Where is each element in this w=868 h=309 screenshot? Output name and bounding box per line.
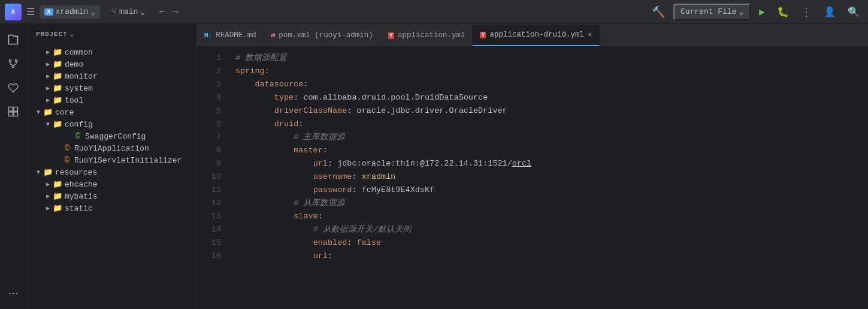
sidebar-item-ruoyiapp[interactable]: © RuoYiApplication xyxy=(26,142,196,154)
line-numbers: 1 2 3 4 5 6 7 8 9 10 11 12 13 14 15 16 xyxy=(197,47,226,309)
branch-chevron: ⌄ xyxy=(140,7,145,17)
code-content: # 数据源配置 spring: datasource: type: com.al… xyxy=(226,47,868,309)
label-static: static xyxy=(65,204,93,213)
code-line-14: # 从数据源开关/默认关闭 xyxy=(235,223,868,236)
label-servlet: RuoYiServletInitializer xyxy=(74,156,182,165)
svg-point-11 xyxy=(8,293,10,295)
code-line-16: url: xyxy=(235,250,868,263)
code-line-13: slave: xyxy=(235,210,868,223)
readme-icon: M↓ xyxy=(204,32,212,39)
tab-label-readme: README.md xyxy=(216,31,256,40)
file-icon-servlet: © xyxy=(62,155,72,165)
code-editor[interactable]: 1 2 3 4 5 6 7 8 9 10 11 12 13 14 15 16 #… xyxy=(197,47,868,309)
label-swaggerconfig: SwaggerConfig xyxy=(85,132,146,141)
current-file-label: Current File xyxy=(681,7,737,16)
arrow-monitor: ▶ xyxy=(43,73,53,80)
tab-appdruid[interactable]: Y application-druid.yml ✕ xyxy=(473,25,600,46)
label-resources: resources xyxy=(55,168,97,177)
current-file-button[interactable]: Current File ⌄ xyxy=(673,4,751,20)
tab-close-appdruid[interactable]: ✕ xyxy=(588,31,592,38)
code-line-9: url: jdbc:oracle:thin:@172.22.14.31:1521… xyxy=(235,157,868,170)
account-icon[interactable]: 👤 xyxy=(820,4,839,20)
project-badge: X xyxy=(44,8,53,16)
folder-icon-demo: 📁 xyxy=(53,59,62,69)
branch-selector[interactable]: ⑂ main ⌄ xyxy=(107,5,150,19)
svg-line-6 xyxy=(13,64,16,66)
sidebar-item-monitor[interactable]: ▶ 📁 monitor xyxy=(26,70,196,82)
folder-icon-tool: 📁 xyxy=(53,95,62,105)
code-line-2: spring: xyxy=(235,65,868,78)
search-icon[interactable]: 🔍 xyxy=(844,4,863,20)
back-button[interactable]: ← xyxy=(157,4,168,20)
arrow-config: ▼ xyxy=(43,121,53,128)
arrow-demo: ▶ xyxy=(43,61,53,68)
tab-label-pom: pom.xml (ruoyi-admin) xyxy=(279,31,373,40)
label-core: core xyxy=(55,108,74,117)
sidebar-item-tool[interactable]: ▶ 📁 tool xyxy=(26,94,196,106)
label-monitor: monitor xyxy=(65,72,98,81)
activity-files[interactable] xyxy=(2,29,24,50)
tab-appyml[interactable]: Y application.yml xyxy=(381,25,473,46)
svg-point-13 xyxy=(16,293,17,295)
folder-icon-resources: 📁 xyxy=(43,167,53,177)
sidebar-item-demo[interactable]: ▶ 📁 demo xyxy=(26,58,196,70)
code-line-15: enabled: false xyxy=(235,236,868,250)
sidebar-tree: ▶ 📁 common ▶ 📁 demo ▶ 📁 monitor ▶ 📁 syst… xyxy=(26,44,196,309)
sidebar-item-resources[interactable]: ▼ 📁 resources xyxy=(26,166,196,178)
sidebar-item-core[interactable]: ▼ 📁 core xyxy=(26,106,196,118)
activity-more[interactable] xyxy=(2,283,24,304)
arrow-tool: ▶ xyxy=(43,97,53,104)
code-line-4: type: com.alibaba.druid.pool.DruidDataSo… xyxy=(235,91,868,104)
label-ruoyiapp: RuoYiApplication xyxy=(74,144,149,153)
folder-icon-ehcache: 📁 xyxy=(53,179,62,189)
sidebar-item-ehcache[interactable]: ▶ 📁 ehcache xyxy=(26,178,196,190)
sidebar-item-servlet[interactable]: © RuoYiServletInitializer xyxy=(26,154,196,166)
arrow-static: ▶ xyxy=(43,205,53,212)
sidebar-item-config[interactable]: ▼ 📁 config xyxy=(26,118,196,130)
svg-line-5 xyxy=(10,64,13,66)
arrow-mybatis: ▶ xyxy=(43,193,53,200)
tab-pom[interactable]: m pom.xml (ruoyi-admin) xyxy=(264,25,381,46)
code-line-3: datasource: xyxy=(235,78,868,91)
sidebar-item-swaggerconfig[interactable]: © SwaggerConfig xyxy=(26,130,196,142)
titlebar: X ☰ X xradmin ⌄ ⑂ main ⌄ ← → 🔨 Current F… xyxy=(0,0,868,24)
project-name: xradmin xyxy=(56,7,89,16)
sidebar-item-common[interactable]: ▶ 📁 common xyxy=(26,46,196,58)
tab-bar: M↓ README.md m pom.xml (ruoyi-admin) Y a… xyxy=(197,24,868,47)
activity-favorites[interactable] xyxy=(2,77,24,98)
sidebar-item-mybatis[interactable]: ▶ 📁 mybatis xyxy=(26,190,196,202)
code-line-1: # 数据源配置 xyxy=(235,52,868,65)
sidebar-item-system[interactable]: ▶ 📁 system xyxy=(26,82,196,94)
activity-git[interactable] xyxy=(2,53,24,74)
arrow-common: ▶ xyxy=(43,49,53,56)
label-config: config xyxy=(65,120,93,129)
nav-arrows: ← → xyxy=(157,4,180,20)
menu-icon[interactable]: ☰ xyxy=(26,6,35,18)
tab-label-appyml: application.yml xyxy=(398,31,465,40)
sidebar-item-static[interactable]: ▶ 📁 static xyxy=(26,202,196,214)
debug-button[interactable]: 🐛 xyxy=(773,4,793,20)
tab-readme[interactable]: M↓ README.md xyxy=(197,25,264,46)
code-line-10: username: xradmin xyxy=(235,170,868,184)
pom-icon: m xyxy=(271,32,276,39)
project-chevron: ⌄ xyxy=(90,7,95,17)
file-icon-swagger: © xyxy=(73,131,83,141)
code-line-5: driverClassName: oracle.jdbc.driver.Orac… xyxy=(235,104,868,118)
project-selector[interactable]: X xradmin ⌄ xyxy=(40,5,100,19)
forward-button[interactable]: → xyxy=(170,4,181,20)
activity-components[interactable] xyxy=(2,101,24,122)
svg-point-12 xyxy=(12,293,14,295)
appdruid-icon: Y xyxy=(480,32,486,38)
svg-rect-8 xyxy=(13,107,17,112)
sidebar-header: Project ⌄ xyxy=(26,24,196,44)
hammer-icon[interactable]: 🔨 xyxy=(648,3,669,21)
arrow-system: ▶ xyxy=(43,85,53,92)
sidebar: Project ⌄ ▶ 📁 common ▶ 📁 demo ▶ 📁 monito… xyxy=(26,24,197,309)
run-button[interactable]: ▶ xyxy=(755,4,769,20)
activity-bar xyxy=(0,24,26,309)
sidebar-chevron: ⌄ xyxy=(69,30,74,38)
more-button[interactable]: ⋮ xyxy=(797,3,815,21)
branch-name: main xyxy=(119,7,138,16)
label-system: system xyxy=(65,84,93,93)
tab-label-appdruid: application-druid.yml xyxy=(489,31,584,39)
